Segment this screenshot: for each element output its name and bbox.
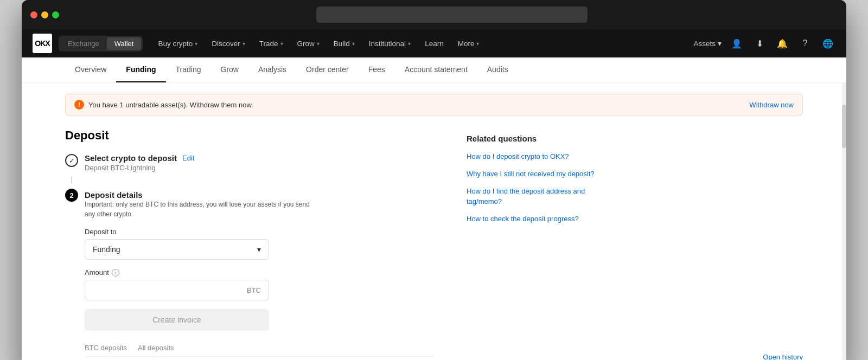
deposit-to-select[interactable]: Funding ▾	[85, 239, 269, 260]
nav-more[interactable]: More ▾	[451, 36, 486, 51]
tab-switch: Exchange Wallet	[59, 36, 143, 52]
deposit-to-label: Deposit to	[85, 228, 434, 236]
nav-discover[interactable]: Discover ▾	[205, 36, 252, 51]
assets-button[interactable]: Assets ▾	[693, 39, 722, 48]
logo: OKX	[33, 34, 52, 53]
nav-buy-crypto[interactable]: Buy crypto ▾	[151, 36, 204, 51]
subnav-account-statement[interactable]: Account statement	[395, 57, 477, 82]
help-icon[interactable]: ?	[797, 36, 813, 51]
connector-line	[71, 176, 72, 184]
nav-learn[interactable]: Learn	[418, 36, 450, 51]
amount-info-icon[interactable]: i	[112, 269, 119, 277]
nav-build[interactable]: Build ▾	[327, 36, 361, 51]
deposit-to-value: Funding	[93, 245, 120, 254]
step1-title-row: Select crypto to deposit Edit	[85, 153, 434, 163]
logo-box: OKX	[33, 34, 52, 53]
warning-text: Important: only send BTC to this address…	[85, 200, 312, 219]
download-icon[interactable]: ⬇	[752, 36, 767, 51]
nav-institutional[interactable]: Institutional ▾	[362, 36, 417, 51]
related-question-3[interactable]: How do I find the deposit address and ta…	[467, 187, 608, 206]
open-history-link[interactable]: Open history	[763, 353, 803, 360]
main-nav: OKX Exchange Wallet Buy crypto ▾ Discove…	[22, 29, 846, 57]
step2-row: 2 Deposit details Important: only send B…	[65, 188, 434, 357]
nav-items: Buy crypto ▾ Discover ▾ Trade ▾ Grow ▾ B…	[151, 36, 693, 51]
subnav-overview[interactable]: Overview	[65, 57, 116, 82]
currency-label: BTC	[247, 286, 261, 294]
subnav-funding[interactable]: Funding	[116, 57, 165, 82]
amount-input[interactable]	[93, 286, 247, 294]
all-deposits-tab[interactable]: All deposits	[138, 344, 174, 356]
deposit-title: Deposit	[65, 128, 434, 143]
subnav-trading[interactable]: Trading	[166, 57, 211, 82]
page-content: Overview Funding Trading Grow Analysis O…	[22, 57, 846, 360]
traffic-light-yellow[interactable]	[41, 11, 48, 18]
related-question-1[interactable]: How do I deposit crypto to OKX?	[467, 152, 608, 162]
browser-bar	[22, 0, 846, 29]
nav-right: Assets ▾ 👤 ⬇ 🔔 ? 🌐	[693, 36, 835, 51]
content-area: ! You have 1 untradable asset(s). Withdr…	[22, 83, 846, 360]
related-questions-title: Related questions	[467, 134, 608, 143]
sub-nav: Overview Funding Trading Grow Analysis O…	[22, 57, 846, 83]
subnav-analysis[interactable]: Analysis	[248, 57, 296, 82]
alert-icon: !	[74, 100, 84, 110]
create-invoice-button[interactable]: Create invoice	[85, 309, 269, 331]
nav-trade[interactable]: Trade ▾	[253, 36, 290, 51]
chevron-down-icon: ▾	[195, 41, 197, 47]
alert-left: ! You have 1 untradable asset(s). Withdr…	[74, 100, 253, 110]
subnav-audits[interactable]: Audits	[477, 57, 518, 82]
chevron-down-icon: ▾	[352, 41, 355, 47]
amount-input-wrapper: BTC	[85, 280, 269, 300]
chevron-down-icon: ▾	[718, 39, 722, 48]
chevron-down-icon: ▾	[408, 41, 411, 47]
scrollbar[interactable]	[842, 83, 846, 360]
step2-num-icon: 2	[65, 189, 78, 202]
deposit-section: Deposit ✓ Select crypto to deposit Edit …	[65, 128, 803, 360]
subnav-fees[interactable]: Fees	[359, 57, 395, 82]
bell-icon[interactable]: 🔔	[775, 36, 790, 51]
nav-grow[interactable]: Grow ▾	[291, 36, 326, 51]
select-chevron-icon: ▾	[257, 245, 261, 254]
deposit-tabs: BTC deposits All deposits	[85, 344, 434, 357]
chevron-down-icon: ▾	[242, 41, 245, 47]
step1-row: ✓ Select crypto to deposit Edit Deposit …	[65, 153, 434, 172]
withdraw-now-link[interactable]: Withdraw now	[749, 101, 794, 109]
step1-content: Select crypto to deposit Edit Deposit BT…	[85, 153, 434, 172]
tab-wallet[interactable]: Wallet	[107, 37, 142, 50]
traffic-lights	[30, 11, 59, 18]
globe-icon[interactable]: 🌐	[820, 36, 835, 51]
subnav-grow[interactable]: Grow	[211, 57, 248, 82]
address-bar[interactable]	[316, 7, 588, 23]
related-question-2[interactable]: Why have I still not received my deposit…	[467, 169, 608, 179]
step1-heading: Select crypto to deposit	[85, 153, 177, 163]
step2-title-row: Deposit details	[85, 190, 434, 200]
step2-heading: Deposit details	[85, 190, 143, 200]
btc-deposits-tab[interactable]: BTC deposits	[85, 344, 127, 356]
alert-bar: ! You have 1 untradable asset(s). Withdr…	[65, 94, 803, 115]
user-icon[interactable]: 👤	[729, 36, 744, 51]
step1-subtitle: Deposit BTC-Lightning	[85, 164, 434, 172]
chevron-down-icon: ▾	[280, 41, 283, 47]
browser-window: OKX Exchange Wallet Buy crypto ▾ Discove…	[22, 0, 846, 360]
scrollbar-thumb[interactable]	[842, 105, 846, 148]
step2-content: Deposit details Important: only send BTC…	[85, 190, 434, 357]
deposit-left: Deposit ✓ Select crypto to deposit Edit …	[65, 128, 434, 360]
amount-label: Amount i	[85, 268, 434, 277]
deposit-right: Related questions How do I deposit crypt…	[467, 128, 608, 360]
tab-exchange[interactable]: Exchange	[60, 37, 107, 50]
chevron-down-icon: ▾	[476, 41, 479, 47]
subnav-order-center[interactable]: Order center	[296, 57, 359, 82]
traffic-light-red[interactable]	[30, 11, 37, 18]
related-question-4[interactable]: How to check the deposit progress?	[467, 214, 608, 224]
step1-check-icon: ✓	[65, 154, 78, 167]
edit-link[interactable]: Edit	[182, 154, 194, 162]
alert-message: You have 1 untradable asset(s). Withdraw…	[88, 101, 253, 109]
chevron-down-icon: ▾	[317, 41, 320, 47]
traffic-light-green[interactable]	[52, 11, 59, 18]
